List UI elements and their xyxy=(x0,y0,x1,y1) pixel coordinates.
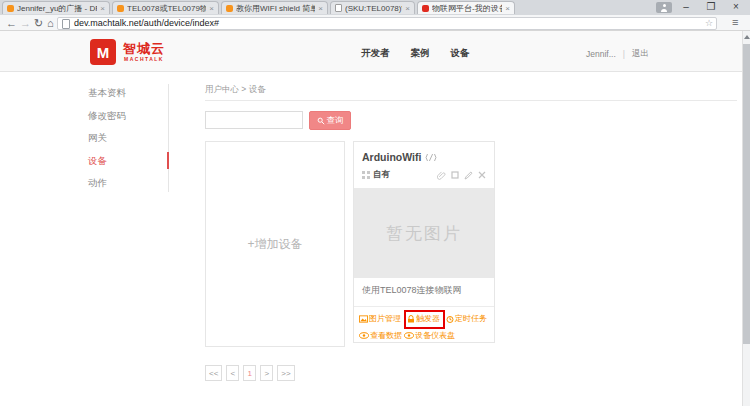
eye-icon xyxy=(404,332,414,339)
tab-title: TEL0078或TEL0079物联... xyxy=(127,3,206,14)
browser-tab-active[interactable]: 物联网平台-我的设备 × xyxy=(417,1,515,14)
search-input[interactable] xyxy=(205,111,303,129)
page-next-button[interactable]: > xyxy=(260,365,273,381)
page-current[interactable]: 1 xyxy=(243,365,256,381)
tab-close-icon[interactable]: × xyxy=(505,4,510,13)
eye-icon xyxy=(359,332,369,339)
breadcrumb: 用户中心 > 设备 xyxy=(205,84,266,96)
browser-tabstrip: Jennifer_yu的广播 - DF... × TEL0078或TEL0079… xyxy=(0,0,750,15)
search-button-label: 查询 xyxy=(327,115,344,127)
chrome-menu-icon[interactable]: ≡ xyxy=(732,16,738,28)
dfrobot-favicon-icon xyxy=(226,5,233,12)
sidebar-item-action[interactable]: 动作 xyxy=(88,177,107,190)
search-icon xyxy=(317,117,325,125)
dfrobot-favicon-icon xyxy=(7,5,14,12)
tab-close-icon[interactable]: × xyxy=(100,4,105,13)
ownership-badge: 自有 xyxy=(373,169,390,181)
browser-tab-2[interactable]: TEL0078或TEL0079物联... × xyxy=(112,1,219,14)
scroll-up-arrow-icon[interactable] xyxy=(744,35,750,39)
nav-cases[interactable]: 案例 xyxy=(411,47,430,60)
browser-tab-1[interactable]: Jennifer_yu的广播 - DF... × xyxy=(2,1,110,14)
device-links: 图片管理 触发器 定时任务 查看数据 设备仪表盘 xyxy=(359,310,491,343)
trigger-link[interactable]: 触发器 xyxy=(407,312,440,325)
scheduled-task-link[interactable]: 定时任务 xyxy=(446,312,487,325)
window-minimize-button[interactable]: – xyxy=(676,0,696,13)
image-manage-link[interactable]: 图片管理 xyxy=(359,312,401,325)
separator: | xyxy=(623,49,625,59)
document-favicon-icon xyxy=(335,4,342,12)
device-title-row: ArduinoWifi xyxy=(362,151,437,163)
url-text[interactable]: dev.machtalk.net/auth/device/index# xyxy=(74,18,219,29)
site-header: M 智城云 MACHTALK 开发者 案例 设备 Jennif... | 退出 xyxy=(0,31,742,72)
logout-link[interactable]: 退出 xyxy=(632,48,649,60)
device-ownership-row: 自有 xyxy=(362,169,486,181)
person-icon xyxy=(661,9,667,12)
tab-title: 物联网平台-我的设备 xyxy=(432,3,502,14)
browser-toolbar: ← → ↻ ⌂ dev.machtalk.net/auth/device/ind… xyxy=(0,15,750,31)
tab-title: 教你用WIFI shield 简单几... xyxy=(236,3,315,14)
device-name[interactable]: ArduinoWifi xyxy=(362,151,421,163)
page-last-button[interactable]: >> xyxy=(277,365,294,381)
page-prev-button[interactable]: < xyxy=(226,365,239,381)
address-bar[interactable]: dev.machtalk.net/auth/device/index# ☆ xyxy=(57,17,717,30)
user-area: Jennif... | 退出 xyxy=(586,48,649,60)
sidebar-divider xyxy=(168,84,169,192)
device-tools xyxy=(437,171,486,180)
reload-icon[interactable]: ↻ xyxy=(34,16,43,30)
sidebar-item-gateway[interactable]: 网关 xyxy=(88,132,107,145)
annotation-highlight-box: 触发器 xyxy=(404,310,445,329)
scrollbar-thumb[interactable] xyxy=(743,44,750,344)
window-close-button[interactable]: × xyxy=(726,0,746,13)
pagination: << < 1 > >> xyxy=(205,365,295,381)
edit-pencil-icon[interactable] xyxy=(464,171,473,180)
bookmark-star-icon[interactable]: ☆ xyxy=(705,18,713,28)
tab-title: Jennifer_yu的广播 - DF... xyxy=(17,3,97,14)
divider xyxy=(205,100,737,101)
chrome-profile-button[interactable] xyxy=(656,2,672,13)
nav-devices[interactable]: 设备 xyxy=(451,47,470,60)
add-device-card[interactable]: +增加设备 xyxy=(205,141,345,347)
person-icon xyxy=(663,4,666,7)
forward-icon[interactable]: → xyxy=(20,16,31,30)
nav-developer[interactable]: 开发者 xyxy=(361,47,390,60)
device-card: ArduinoWifi 自有 暂无图片 使用TEL0 xyxy=(353,141,495,343)
browser-tab-4[interactable]: (SKU:TEL0078)WIFI Shie... × xyxy=(330,1,415,14)
sidebar-item-basic-info[interactable]: 基本资料 xyxy=(88,87,126,100)
share-paperclip-icon[interactable] xyxy=(437,171,446,180)
tab-close-icon[interactable]: × xyxy=(209,4,214,13)
dfrobot-favicon-icon xyxy=(117,5,124,12)
trigger-icon xyxy=(407,315,415,323)
username-text[interactable]: Jennif... xyxy=(586,49,616,59)
image-icon xyxy=(359,315,368,323)
tab-title: (SKU:TEL0078)WIFI Shie... xyxy=(345,4,402,13)
search-button[interactable]: 查询 xyxy=(309,111,351,130)
machtalk-favicon-icon xyxy=(422,5,429,12)
page-first-button[interactable]: << xyxy=(205,365,222,381)
sidebar-active-indicator xyxy=(167,152,169,169)
divider xyxy=(354,306,494,307)
wifi-offline-icon xyxy=(425,153,437,162)
device-image-placeholder: 暂无图片 xyxy=(354,188,494,278)
tab-close-icon[interactable]: × xyxy=(318,4,323,13)
delete-x-icon[interactable] xyxy=(478,171,486,179)
window-maximize-button[interactable]: ❐ xyxy=(701,0,721,13)
view-data-link[interactable]: 查看数据 xyxy=(359,329,402,342)
machtalk-logo-icon[interactable]: M xyxy=(90,39,116,65)
sidebar-item-device[interactable]: 设备 xyxy=(88,155,107,168)
timer-icon xyxy=(446,315,454,323)
device-links-row1: 图片管理 触发器 定时任务 xyxy=(359,310,491,329)
logo-en-text: MACHTALK xyxy=(124,56,164,62)
device-description: 使用TEL0078连接物联网 xyxy=(362,284,462,297)
browser-tab-3[interactable]: 教你用WIFI shield 简单几... × xyxy=(221,1,328,14)
back-icon[interactable]: ← xyxy=(6,16,17,30)
sidebar-item-change-password[interactable]: 修改密码 xyxy=(88,110,126,123)
page-scrollbar[interactable] xyxy=(742,31,750,406)
page-icon xyxy=(62,19,70,29)
tab-close-icon[interactable]: × xyxy=(405,4,410,13)
grid-icon xyxy=(362,171,370,179)
top-nav: 开发者 案例 设备 xyxy=(361,47,470,60)
device-links-row2: 查看数据 设备仪表盘 xyxy=(359,329,491,343)
home-icon[interactable]: ⌂ xyxy=(47,16,54,30)
device-dashboard-link[interactable]: 设备仪表盘 xyxy=(404,329,455,342)
shadow-device-icon[interactable] xyxy=(451,171,459,179)
